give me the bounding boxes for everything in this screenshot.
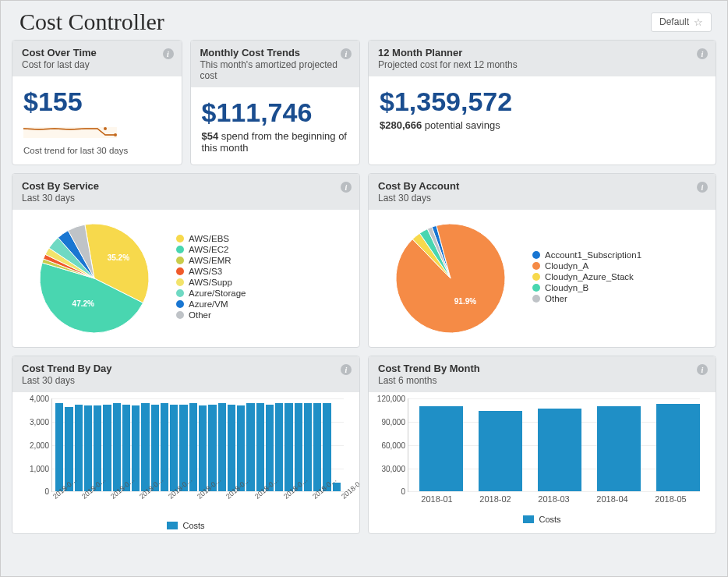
ytick: 0 [19,487,49,496]
kpi-value: $1,359,572 [380,87,705,116]
card-cost-trend-by-month: Cost Trend By Month Last 6 months i 030,… [368,356,716,534]
legend-label: AWS/EBS [189,234,229,243]
kpi-subtext: $54 spend from the beginning of this mon… [202,130,349,154]
legend-swatch [176,235,184,242]
legend-row[interactable]: AWS/EC2 [176,245,246,254]
bar[interactable] [597,406,641,491]
legend-label: Account1_Subscription1 [545,250,641,260]
svg-point-1 [104,127,107,130]
sparkline [23,121,171,141]
card-subtitle: Cost for last day [22,59,172,70]
legend-swatch [176,300,184,308]
card-subtitle: Last 30 days [378,193,706,204]
card-title: Cost By Service [22,180,350,192]
legend-row[interactable]: Cloudyn_B [532,283,641,292]
kpi-subtext: $280,666 potential savings [380,119,705,131]
info-icon[interactable]: i [341,48,352,59]
legend-row[interactable]: Azure/Storage [176,288,246,298]
default-button-label: Default [659,16,689,27]
card-12-month-planner: 12 Month Planner Projected cost for next… [368,40,716,165]
pie-chart-service[interactable]: 35.2%47.2% [28,214,161,339]
legend-label: Other [545,294,567,303]
legend-label: Azure/Storage [189,288,246,298]
card-title: Cost Trend By Month [378,363,706,374]
ytick: 60,000 [376,441,405,449]
legend-account: Account1_Subscription1Cloudyn_ACloudyn_A… [532,249,641,305]
bar[interactable] [228,405,235,492]
bar[interactable] [84,405,92,491]
card-subtitle: Last 30 days [22,193,350,204]
legend-swatch [176,257,184,264]
legend-label: AWS/EC2 [189,245,228,254]
legend-row[interactable]: AWS/S3 [176,267,246,276]
xtick: 2018-02 [479,494,511,504]
legend-swatch [176,278,184,286]
card-subtitle: Last 30 days [22,375,350,386]
info-icon[interactable]: i [163,48,174,59]
svg-text:47.2%: 47.2% [72,299,94,308]
legend-row[interactable]: Azure/VM [176,299,246,309]
legend-swatch [532,251,540,259]
xaxis-day: 2018-0…2018-0…2018-0…2018-0…2018-0…2018-… [51,494,344,510]
bar-chart-month[interactable]: 030,00060,00090,000120,000 [408,398,700,492]
info-icon[interactable]: i [697,48,708,59]
kpi-value: $155 [23,87,171,116]
sparkline-caption: Cost trend for last 30 days [23,146,171,155]
legend-label: AWS/S3 [189,267,222,276]
legend-row[interactable]: Cloudyn_A [532,261,641,271]
legend-label: Azure/VM [189,299,228,309]
bar[interactable] [199,405,207,491]
ytick: 2,000 [19,441,49,449]
bar[interactable] [479,411,522,491]
bar[interactable] [313,403,321,491]
legend-label: Other [189,310,211,320]
card-cost-over-time: Cost Over Time Cost for last day i $155 … [12,40,182,165]
chart-legend: Costs [22,521,350,530]
star-icon: ☆ [694,16,703,28]
bar[interactable] [538,409,581,491]
ytick: 0 [376,487,405,496]
legend-swatch [532,262,540,270]
legend-swatch [532,273,540,281]
bar[interactable] [284,403,292,491]
legend-label: AWS/Supp [189,278,232,287]
card-title: Cost Trend By Day [22,363,350,374]
ytick: 1,000 [19,464,49,473]
legend-service: AWS/EBSAWS/EC2AWS/EMRAWS/S3AWS/SuppAzure… [176,232,246,321]
xtick: 2018-01 [421,494,452,504]
card-cost-by-account: Cost By Account Last 30 days i 91.9% Acc… [368,173,716,348]
card-monthly-cost-trends: Monthly Cost Trends This month's amortiz… [190,40,361,165]
legend-row[interactable]: AWS/EBS [176,234,246,243]
chart-legend: Costs [378,515,706,524]
card-subtitle: Projected cost for next 12 months [378,59,706,70]
legend-row[interactable]: Other [532,294,641,303]
legend-row[interactable]: Other [176,310,246,320]
page-title: Cost Controller [19,9,164,35]
legend-row[interactable]: Cloudyn_Azure_Stack [532,272,641,281]
xtick: 2018-03 [538,494,569,504]
card-title: Cost By Account [378,180,706,192]
card-cost-by-service: Cost By Service Last 30 days i 35.2%47.2… [12,173,360,348]
kpi-value: $111,746 [202,98,349,127]
bar[interactable] [656,404,700,491]
legend-row[interactable]: AWS/Supp [176,278,246,287]
bar[interactable] [113,403,121,491]
card-title: Monthly Cost Trends [200,47,351,58]
bar[interactable] [170,405,178,492]
ytick: 4,000 [19,395,49,403]
bar[interactable] [141,403,149,491]
default-button[interactable]: Default ☆ [651,12,712,32]
legend-swatch [176,267,184,275]
pie-chart-account[interactable]: 91.9% [384,214,517,339]
legend-swatch [532,295,540,303]
legend-row[interactable]: Account1_Subscription1 [532,250,641,260]
bar[interactable] [256,403,264,491]
legend-label: Cloudyn_Azure_Stack [545,272,634,281]
bar[interactable] [55,403,63,491]
bar[interactable] [419,406,463,491]
legend-swatch [176,246,184,253]
legend-label: Cloudyn_B [545,283,588,292]
legend-swatch [167,522,178,529]
legend-row[interactable]: AWS/EMR [176,256,246,265]
ytick: 120,000 [376,395,405,403]
